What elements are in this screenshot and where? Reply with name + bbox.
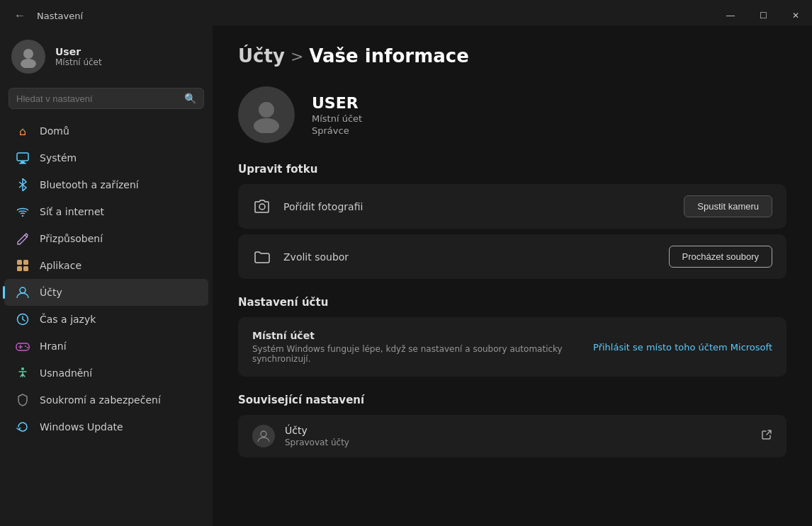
svg-rect-8: [17, 266, 22, 271]
sidebar-item-label: Soukromí a zabezpečení: [40, 394, 161, 406]
sidebar-item-home[interactable]: ⌂ Domů: [4, 118, 208, 144]
home-icon: ⌂: [16, 124, 30, 138]
time-icon: [16, 312, 30, 326]
system-icon: [16, 151, 30, 165]
search-input[interactable]: [16, 93, 179, 104]
sidebar-item-label: Čas a jazyk: [40, 314, 96, 325]
local-account-card: Místní účet Systém Windows funguje lépe,…: [238, 317, 786, 377]
sidebar-item-personalize[interactable]: Přizpůsobení: [4, 225, 208, 252]
update-icon: [16, 420, 30, 434]
titlebar-left: ← Nastavení: [0, 6, 83, 25]
svg-point-5: [22, 215, 23, 217]
svg-point-10: [20, 287, 26, 293]
svg-rect-3: [21, 161, 25, 163]
bluetooth-icon: [16, 178, 30, 192]
accessibility-icon: [16, 366, 30, 380]
account-settings-section: Nastavení účtu Místní účet Systém Window…: [238, 296, 786, 377]
sidebar-item-system[interactable]: Systém: [4, 144, 208, 171]
breadcrumb-parent: Účty: [238, 45, 285, 67]
launch-camera-button[interactable]: Spustit kameru: [684, 195, 772, 217]
related-info: Účty Spravovat účty: [285, 425, 349, 447]
related-settings-section: Související nastavení Účty Spravovat účt…: [238, 394, 786, 457]
microsoft-account-link[interactable]: Přihlásit se místo toho účtem Microsoft: [593, 342, 772, 353]
svg-rect-4: [19, 163, 26, 164]
maximize-button[interactable]: ☐: [747, 3, 779, 28]
file-label: Zvolit soubor: [283, 251, 349, 263]
back-button[interactable]: ←: [10, 6, 30, 25]
content-area: Účty > Vaše informace USER Místní účet S…: [213, 25, 812, 526]
svg-rect-9: [23, 266, 28, 271]
profile-account-type: Místní účet: [312, 113, 362, 124]
sidebar-item-update[interactable]: Windows Update: [4, 413, 208, 440]
sidebar-item-gaming[interactable]: Hraní: [4, 333, 208, 360]
file-card: Zvolit soubor Procházet soubory: [238, 234, 786, 279]
camera-label: Pořídit fotografii: [283, 201, 363, 212]
svg-point-18: [259, 102, 274, 118]
minimize-button[interactable]: —: [714, 3, 747, 28]
breadcrumb-current: Vaše informace: [309, 45, 469, 67]
file-card-left: Zvolit soubor: [252, 251, 349, 263]
sidebar: User Místní účet 🔍 ⌂ Domů: [0, 25, 213, 526]
privacy-icon: [16, 393, 30, 407]
related-avatar: [252, 425, 275, 447]
svg-point-21: [261, 431, 266, 437]
account-settings-label: Nastavení účtu: [238, 296, 786, 309]
breadcrumb: Účty > Vaše informace: [238, 45, 786, 67]
profile-avatar: [238, 86, 295, 143]
user-name: User: [55, 46, 102, 57]
user-account-type: Místní účet: [55, 57, 102, 67]
personalize-icon: [16, 231, 30, 246]
avatar: [11, 40, 45, 74]
browse-files-button[interactable]: Procházet soubory: [669, 246, 772, 268]
close-button[interactable]: ✕: [779, 3, 812, 28]
sidebar-item-label: Aplikace: [40, 260, 81, 271]
camera-card: Pořídit fotografii Spustit kameru: [238, 184, 786, 229]
local-account-info: Místní účet Systém Windows funguje lépe,…: [252, 330, 578, 364]
profile-name: USER: [312, 94, 362, 112]
edit-photo-label: Upravit fotku: [238, 163, 786, 176]
sidebar-item-label: Usnadnění: [40, 367, 92, 379]
network-icon: [16, 205, 30, 219]
sidebar-item-accessibility[interactable]: Usnadnění: [4, 360, 208, 387]
app-body: User Místní účet 🔍 ⌂ Domů: [0, 25, 812, 526]
svg-point-1: [21, 59, 36, 68]
sidebar-item-label: Systém: [40, 152, 77, 164]
sidebar-item-privacy[interactable]: Soukromí a zabezpečení: [4, 387, 208, 413]
sidebar-item-label: Přizpůsobení: [40, 233, 103, 244]
sidebar-item-label: Bluetooth a zařízení: [40, 179, 139, 190]
svg-rect-7: [23, 260, 28, 265]
edit-photo-section: Upravit fotku Pořídit fotografii Spustit…: [238, 163, 786, 279]
camera-icon: [252, 200, 272, 214]
apps-icon: [16, 258, 30, 273]
nav-list: ⌂ Domů Systém Bl: [0, 118, 213, 440]
svg-rect-2: [17, 153, 28, 161]
local-account-title: Místní účet: [252, 330, 578, 341]
svg-point-17: [21, 367, 24, 370]
profile-role: Správce: [312, 125, 362, 136]
sidebar-item-accounts[interactable]: Účty: [4, 279, 208, 306]
local-account-desc: Systém Windows funguje lépe, když se nas…: [252, 344, 578, 364]
sidebar-item-bluetooth[interactable]: Bluetooth a zařízení: [4, 171, 208, 198]
svg-point-0: [23, 49, 33, 59]
related-settings-label: Související nastavení: [238, 394, 786, 406]
sidebar-item-label: Windows Update: [40, 421, 123, 433]
external-link-icon: [761, 429, 772, 443]
profile-info: USER Místní účet Správce: [312, 94, 362, 136]
sidebar-item-apps[interactable]: Aplikace: [4, 252, 208, 279]
sidebar-item-label: Síť a internet: [40, 206, 104, 217]
sidebar-item-time[interactable]: Čas a jazyk: [4, 306, 208, 333]
sidebar-item-network[interactable]: Síť a internet: [4, 198, 208, 225]
related-title: Účty: [285, 425, 349, 436]
accounts-icon: [16, 285, 30, 299]
sidebar-item-label: Hraní: [40, 341, 67, 352]
profile-section: USER Místní účet Správce: [238, 86, 786, 143]
svg-point-15: [25, 345, 26, 347]
search-box[interactable]: 🔍: [9, 88, 204, 109]
gaming-icon: [16, 339, 30, 353]
sidebar-item-label: Domů: [40, 125, 69, 137]
svg-point-16: [27, 347, 28, 348]
svg-rect-6: [17, 260, 22, 265]
camera-card-left: Pořídit fotografii: [252, 200, 363, 214]
related-card-accounts[interactable]: Účty Spravovat účty: [238, 415, 786, 457]
folder-icon: [252, 251, 272, 263]
